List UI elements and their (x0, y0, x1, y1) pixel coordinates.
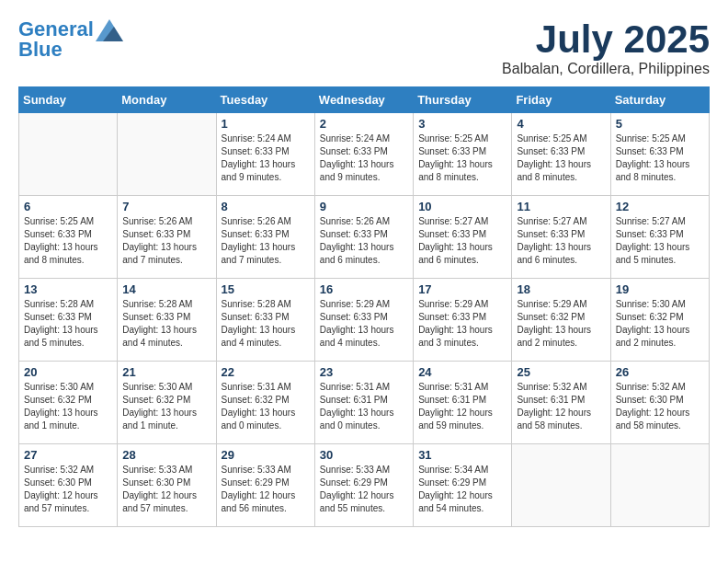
day-number: 7 (122, 200, 210, 213)
day-number: 11 (517, 200, 605, 213)
calendar-cell: 11Sunrise: 5:27 AM Sunset: 6:33 PM Dayli… (512, 196, 610, 279)
calendar-cell: 9Sunrise: 5:26 AM Sunset: 6:33 PM Daylig… (314, 196, 413, 279)
day-number: 23 (320, 365, 408, 379)
day-number: 22 (222, 365, 310, 379)
day-number: 31 (418, 448, 506, 462)
day-info: Sunrise: 5:26 AM Sunset: 6:33 PM Dayligh… (222, 215, 310, 267)
calendar-week-5: 27Sunrise: 5:32 AM Sunset: 6:30 PM Dayli… (19, 444, 710, 527)
day-info: Sunrise: 5:24 AM Sunset: 6:33 PM Dayligh… (320, 132, 408, 184)
day-info: Sunrise: 5:27 AM Sunset: 6:33 PM Dayligh… (517, 215, 605, 267)
calendar-week-1: 1Sunrise: 5:24 AM Sunset: 6:33 PM Daylig… (19, 113, 710, 196)
day-info: Sunrise: 5:28 AM Sunset: 6:33 PM Dayligh… (122, 298, 210, 350)
calendar-week-3: 13Sunrise: 5:28 AM Sunset: 6:33 PM Dayli… (19, 279, 710, 362)
day-info: Sunrise: 5:29 AM Sunset: 6:32 PM Dayligh… (517, 298, 605, 350)
calendar-cell: 31Sunrise: 5:34 AM Sunset: 6:29 PM Dayli… (414, 444, 512, 527)
calendar-cell: 3Sunrise: 5:25 AM Sunset: 6:33 PM Daylig… (414, 113, 512, 196)
calendar-cell: 8Sunrise: 5:26 AM Sunset: 6:33 PM Daylig… (216, 196, 314, 279)
day-number: 4 (517, 117, 605, 131)
day-number: 9 (320, 200, 408, 213)
weekday-header-wednesday: Wednesday (314, 87, 413, 113)
day-info: Sunrise: 5:30 AM Sunset: 6:32 PM Dayligh… (122, 381, 210, 432)
day-info: Sunrise: 5:26 AM Sunset: 6:33 PM Dayligh… (320, 215, 408, 267)
day-info: Sunrise: 5:29 AM Sunset: 6:33 PM Dayligh… (418, 298, 506, 350)
calendar-cell: 18Sunrise: 5:29 AM Sunset: 6:32 PM Dayli… (512, 279, 610, 362)
title-block: July 2025 Balbalan, Cordillera, Philippi… (502, 18, 710, 77)
day-number: 1 (222, 117, 310, 131)
calendar-cell: 20Sunrise: 5:30 AM Sunset: 6:32 PM Dayli… (19, 362, 118, 444)
day-info: Sunrise: 5:32 AM Sunset: 6:30 PM Dayligh… (24, 464, 112, 515)
day-info: Sunrise: 5:28 AM Sunset: 6:33 PM Dayligh… (24, 298, 112, 350)
weekday-header-monday: Monday (118, 87, 216, 113)
day-info: Sunrise: 5:30 AM Sunset: 6:32 PM Dayligh… (616, 298, 704, 350)
day-info: Sunrise: 5:33 AM Sunset: 6:29 PM Dayligh… (320, 464, 408, 515)
day-info: Sunrise: 5:24 AM Sunset: 6:33 PM Dayligh… (222, 132, 310, 184)
page-header: General Blue July 2025 Balbalan, Cordill… (18, 18, 710, 77)
location-title: Balbalan, Cordillera, Philippines (502, 61, 710, 77)
calendar-cell: 6Sunrise: 5:25 AM Sunset: 6:33 PM Daylig… (19, 196, 118, 279)
day-number: 14 (122, 282, 210, 296)
day-info: Sunrise: 5:27 AM Sunset: 6:33 PM Dayligh… (616, 215, 704, 267)
calendar-cell: 14Sunrise: 5:28 AM Sunset: 6:33 PM Dayli… (118, 279, 216, 362)
weekday-header-sunday: Sunday (19, 87, 118, 113)
day-number: 19 (616, 282, 704, 296)
calendar-cell: 4Sunrise: 5:25 AM Sunset: 6:33 PM Daylig… (512, 113, 610, 196)
day-info: Sunrise: 5:25 AM Sunset: 6:33 PM Dayligh… (517, 132, 605, 184)
calendar-cell: 19Sunrise: 5:30 AM Sunset: 6:32 PM Dayli… (610, 279, 709, 362)
calendar-cell: 24Sunrise: 5:31 AM Sunset: 6:31 PM Dayli… (414, 362, 512, 444)
day-number: 15 (222, 282, 310, 296)
month-title: July 2025 (502, 18, 710, 61)
calendar-week-2: 6Sunrise: 5:25 AM Sunset: 6:33 PM Daylig… (19, 196, 710, 279)
day-info: Sunrise: 5:26 AM Sunset: 6:33 PM Dayligh… (122, 215, 210, 267)
day-info: Sunrise: 5:25 AM Sunset: 6:33 PM Dayligh… (418, 132, 506, 184)
calendar-cell: 26Sunrise: 5:32 AM Sunset: 6:30 PM Dayli… (610, 362, 709, 444)
weekday-header-friday: Friday (512, 87, 610, 113)
calendar-week-4: 20Sunrise: 5:30 AM Sunset: 6:32 PM Dayli… (19, 362, 710, 444)
day-number: 10 (418, 200, 506, 213)
day-info: Sunrise: 5:33 AM Sunset: 6:30 PM Dayligh… (122, 464, 210, 515)
calendar-cell: 13Sunrise: 5:28 AM Sunset: 6:33 PM Dayli… (19, 279, 118, 362)
day-number: 25 (517, 365, 605, 379)
day-number: 30 (320, 448, 408, 462)
calendar-cell (118, 113, 216, 196)
day-info: Sunrise: 5:33 AM Sunset: 6:29 PM Dayligh… (222, 464, 310, 515)
day-number: 28 (122, 448, 210, 462)
calendar-cell: 17Sunrise: 5:29 AM Sunset: 6:33 PM Dayli… (414, 279, 512, 362)
day-info: Sunrise: 5:28 AM Sunset: 6:33 PM Dayligh… (222, 298, 310, 350)
calendar-cell: 7Sunrise: 5:26 AM Sunset: 6:33 PM Daylig… (118, 196, 216, 279)
day-number: 20 (24, 365, 112, 379)
day-info: Sunrise: 5:32 AM Sunset: 6:30 PM Dayligh… (616, 381, 704, 432)
day-info: Sunrise: 5:25 AM Sunset: 6:33 PM Dayligh… (616, 132, 704, 184)
day-number: 6 (24, 200, 112, 213)
day-number: 21 (122, 365, 210, 379)
day-info: Sunrise: 5:34 AM Sunset: 6:29 PM Dayligh… (418, 464, 506, 515)
day-info: Sunrise: 5:31 AM Sunset: 6:31 PM Dayligh… (418, 381, 506, 432)
day-number: 13 (24, 282, 112, 296)
calendar-cell: 1Sunrise: 5:24 AM Sunset: 6:33 PM Daylig… (216, 113, 314, 196)
day-number: 16 (320, 282, 408, 296)
day-info: Sunrise: 5:25 AM Sunset: 6:33 PM Dayligh… (24, 215, 112, 267)
calendar-cell: 2Sunrise: 5:24 AM Sunset: 6:33 PM Daylig… (314, 113, 413, 196)
calendar-cell: 28Sunrise: 5:33 AM Sunset: 6:30 PM Dayli… (118, 444, 216, 527)
day-info: Sunrise: 5:29 AM Sunset: 6:33 PM Dayligh… (320, 298, 408, 350)
day-number: 2 (320, 117, 408, 131)
calendar-cell: 25Sunrise: 5:32 AM Sunset: 6:31 PM Dayli… (512, 362, 610, 444)
day-number: 5 (616, 117, 704, 131)
day-info: Sunrise: 5:32 AM Sunset: 6:31 PM Dayligh… (517, 381, 605, 432)
calendar-cell (610, 444, 709, 527)
weekday-header-saturday: Saturday (610, 87, 709, 113)
calendar-cell: 12Sunrise: 5:27 AM Sunset: 6:33 PM Dayli… (610, 196, 709, 279)
calendar-cell (512, 444, 610, 527)
day-number: 29 (222, 448, 310, 462)
day-info: Sunrise: 5:31 AM Sunset: 6:31 PM Dayligh… (320, 381, 408, 432)
day-number: 24 (418, 365, 506, 379)
calendar-cell: 21Sunrise: 5:30 AM Sunset: 6:32 PM Dayli… (118, 362, 216, 444)
calendar-header-row: SundayMondayTuesdayWednesdayThursdayFrid… (19, 87, 710, 113)
calendar-cell: 22Sunrise: 5:31 AM Sunset: 6:32 PM Dayli… (216, 362, 314, 444)
calendar-cell (19, 113, 118, 196)
day-info: Sunrise: 5:31 AM Sunset: 6:32 PM Dayligh… (222, 381, 310, 432)
calendar-cell: 10Sunrise: 5:27 AM Sunset: 6:33 PM Dayli… (414, 196, 512, 279)
calendar-cell: 27Sunrise: 5:32 AM Sunset: 6:30 PM Dayli… (19, 444, 118, 527)
day-number: 8 (222, 200, 310, 213)
day-number: 3 (418, 117, 506, 131)
weekday-header-tuesday: Tuesday (216, 87, 314, 113)
